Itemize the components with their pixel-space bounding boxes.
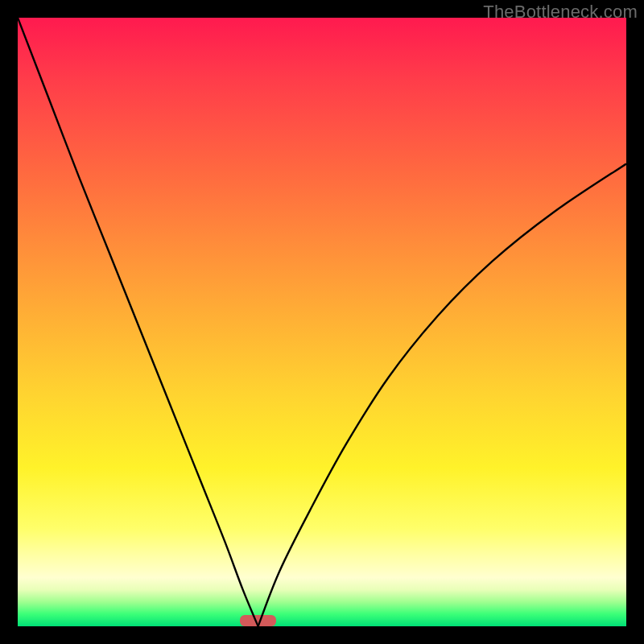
right-curve-path <box>258 163 626 626</box>
watermark-text: TheBottleneck.com <box>483 2 638 23</box>
plot-area <box>18 18 626 626</box>
chart-curves <box>18 18 626 626</box>
left-curve-path <box>18 18 258 626</box>
chart-frame <box>18 18 626 626</box>
